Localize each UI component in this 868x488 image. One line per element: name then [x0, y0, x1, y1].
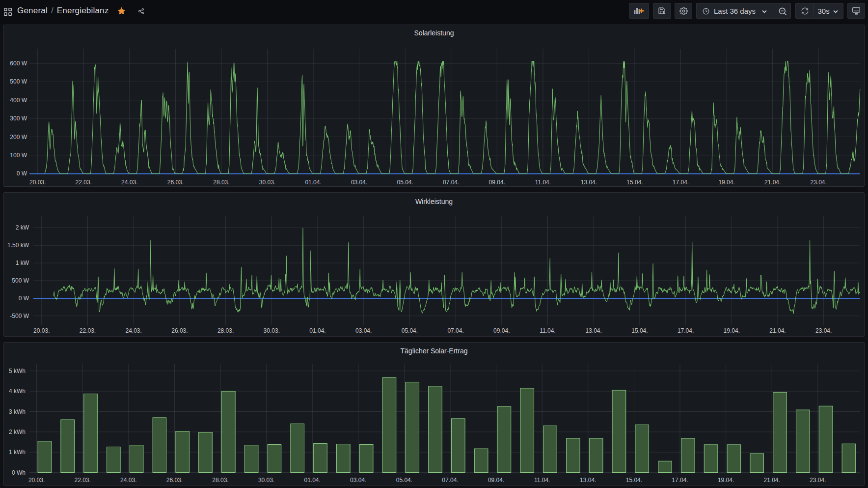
svg-text:01.04.: 01.04.	[304, 477, 321, 484]
svg-text:20.03.: 20.03.	[28, 477, 45, 484]
svg-text:26.03.: 26.03.	[171, 327, 188, 334]
svg-text:-500 W: -500 W	[10, 313, 29, 319]
svg-text:17.04.: 17.04.	[672, 477, 688, 484]
svg-text:03.04.: 03.04.	[355, 327, 372, 334]
svg-text:3 kWh: 3 kWh	[9, 408, 26, 415]
svg-text:11.04.: 11.04.	[534, 477, 550, 484]
svg-text:23.04.: 23.04.	[815, 327, 832, 334]
svg-text:11.04.: 11.04.	[535, 179, 551, 186]
svg-text:28.03.: 28.03.	[217, 327, 234, 334]
svg-text:01.04.: 01.04.	[305, 179, 321, 186]
svg-text:22.03.: 22.03.	[80, 327, 96, 334]
svg-text:19.04.: 19.04.	[718, 477, 734, 484]
svg-text:24.03.: 24.03.	[120, 477, 136, 484]
svg-text:17.04.: 17.04.	[673, 179, 689, 186]
svg-text:03.04.: 03.04.	[350, 477, 366, 484]
svg-text:07.04.: 07.04.	[447, 327, 463, 334]
svg-text:15.04.: 15.04.	[626, 477, 642, 484]
svg-text:13.04.: 13.04.	[581, 179, 597, 186]
svg-text:2 kWh: 2 kWh	[9, 429, 26, 435]
svg-text:300 W: 300 W	[10, 115, 27, 122]
svg-text:30.03.: 30.03.	[259, 179, 275, 186]
svg-text:15.04.: 15.04.	[626, 179, 643, 186]
svg-text:100 W: 100 W	[10, 152, 27, 159]
svg-text:23.04.: 23.04.	[811, 179, 827, 186]
svg-text:05.04.: 05.04.	[402, 327, 418, 334]
svg-text:09.04.: 09.04.	[493, 327, 510, 334]
svg-text:28.03.: 28.03.	[213, 179, 229, 186]
svg-text:0 Wh: 0 Wh	[12, 469, 26, 476]
svg-text:28.03.: 28.03.	[212, 477, 228, 484]
svg-text:21.04.: 21.04.	[769, 327, 786, 334]
svg-text:07.04.: 07.04.	[442, 477, 458, 484]
svg-text:600 W: 600 W	[10, 60, 27, 67]
svg-text:09.04.: 09.04.	[489, 179, 505, 186]
svg-text:1 kWh: 1 kWh	[9, 449, 26, 456]
svg-text:200 W: 200 W	[10, 134, 27, 141]
svg-text:05.04.: 05.04.	[397, 179, 413, 186]
svg-text:0 W: 0 W	[19, 295, 29, 302]
svg-text:23.04.: 23.04.	[810, 477, 826, 484]
svg-text:13.04.: 13.04.	[580, 477, 596, 484]
svg-text:500 W: 500 W	[12, 277, 29, 284]
svg-text:19.04.: 19.04.	[718, 179, 734, 186]
svg-text:1.50 kW: 1.50 kW	[7, 242, 29, 249]
svg-text:09.04.: 09.04.	[488, 477, 504, 484]
svg-text:19.04.: 19.04.	[724, 327, 740, 334]
svg-text:4 kWh: 4 kWh	[9, 388, 26, 395]
svg-text:22.03.: 22.03.	[76, 179, 92, 186]
svg-text:20.03.: 20.03.	[33, 327, 50, 334]
svg-text:26.03.: 26.03.	[166, 477, 183, 484]
svg-text:01.04.: 01.04.	[309, 327, 326, 334]
svg-text:03.04.: 03.04.	[351, 179, 367, 186]
svg-text:24.03.: 24.03.	[126, 327, 142, 334]
svg-text:13.04.: 13.04.	[586, 327, 602, 334]
svg-text:21.04.: 21.04.	[764, 179, 781, 186]
svg-text:26.03.: 26.03.	[167, 179, 184, 186]
svg-text:1 kW: 1 kW	[16, 259, 29, 266]
svg-text:30.03.: 30.03.	[258, 477, 274, 484]
svg-text:22.03.: 22.03.	[75, 477, 91, 484]
svg-text:11.04.: 11.04.	[540, 327, 555, 334]
svg-text:05.04.: 05.04.	[396, 477, 412, 484]
svg-text:400 W: 400 W	[10, 97, 27, 104]
svg-text:0 W: 0 W	[17, 170, 27, 177]
svg-text:21.04.: 21.04.	[764, 477, 780, 484]
svg-text:30.03.: 30.03.	[264, 327, 280, 334]
svg-text:20.03.: 20.03.	[29, 179, 46, 186]
svg-text:24.03.: 24.03.	[121, 179, 137, 186]
svg-text:500 W: 500 W	[10, 78, 27, 85]
svg-text:17.04.: 17.04.	[678, 327, 694, 334]
svg-text:15.04.: 15.04.	[631, 327, 648, 334]
svg-text:5 kWh: 5 kWh	[9, 368, 26, 374]
svg-text:2 kW: 2 kW	[16, 224, 29, 231]
svg-text:07.04.: 07.04.	[443, 179, 459, 186]
